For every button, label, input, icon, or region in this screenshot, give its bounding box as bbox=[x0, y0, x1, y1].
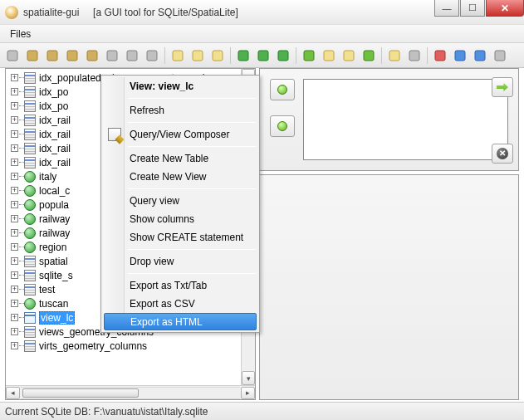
expand-icon[interactable]: + bbox=[11, 187, 18, 194]
context-menu-item[interactable]: Drop view bbox=[103, 252, 257, 271]
scroll-right-icon[interactable]: ▸ bbox=[241, 387, 255, 399]
export-xml-icon[interactable] bbox=[385, 46, 404, 65]
doc-arrow-icon[interactable] bbox=[360, 46, 378, 65]
expand-icon[interactable]: + bbox=[11, 314, 18, 321]
menu-files[interactable]: Files bbox=[5, 27, 36, 42]
context-menu-item[interactable]: Create New View bbox=[103, 168, 257, 186]
expand-icon[interactable]: + bbox=[11, 201, 18, 208]
expand-icon[interactable]: + bbox=[11, 173, 18, 180]
tree-item-label: idx_rail bbox=[39, 115, 71, 126]
wand-icon[interactable] bbox=[3, 46, 22, 65]
expand-icon[interactable]: + bbox=[11, 130, 18, 138]
tree-item-label: virts_geometry_columns bbox=[39, 340, 147, 352]
sql-editor[interactable] bbox=[303, 79, 508, 160]
clear-button[interactable]: ✕ bbox=[492, 144, 513, 164]
expand-icon[interactable]: + bbox=[11, 88, 18, 95]
context-menu-item[interactable]: Query view bbox=[103, 192, 257, 210]
edit-doc-icon[interactable] bbox=[208, 46, 227, 65]
svg-rect-20 bbox=[435, 51, 445, 61]
right-panel: ✕ bbox=[259, 68, 519, 400]
link-icon[interactable] bbox=[123, 46, 141, 65]
svg-rect-4 bbox=[87, 51, 97, 61]
expand-icon[interactable]: + bbox=[11, 257, 18, 265]
expand-icon[interactable]: + bbox=[11, 215, 18, 222]
add-pic-icon[interactable] bbox=[340, 46, 358, 65]
tree-item-label: italy bbox=[39, 171, 56, 183]
table-icon bbox=[24, 115, 36, 126]
context-menu-item-label: Query/View Composer bbox=[130, 129, 230, 140]
app-name: spatialite-gui bbox=[23, 7, 79, 18]
minimize-button[interactable]: — bbox=[434, 0, 459, 17]
help-icon[interactable] bbox=[451, 46, 469, 65]
info-icon[interactable] bbox=[471, 46, 489, 65]
context-menu-title: View: view_lc bbox=[103, 77, 257, 95]
table-icon bbox=[24, 326, 36, 338]
expand-icon[interactable]: + bbox=[11, 243, 18, 251]
close-icon: ✕ bbox=[497, 148, 508, 159]
context-menu-item[interactable]: Create New Table bbox=[103, 149, 257, 168]
expand-icon[interactable]: + bbox=[11, 342, 18, 349]
history-next-button[interactable] bbox=[270, 115, 295, 137]
table-icon bbox=[24, 270, 36, 281]
tree-item-label: railway bbox=[39, 227, 70, 239]
expand-icon[interactable]: + bbox=[11, 159, 18, 166]
attach-icon[interactable] bbox=[103, 46, 121, 65]
globe-icon bbox=[24, 298, 36, 310]
import-table-icon[interactable] bbox=[169, 46, 187, 65]
globe-icon[interactable] bbox=[234, 46, 252, 65]
context-menu-item[interactable]: Refresh bbox=[103, 101, 257, 120]
results-panel bbox=[259, 174, 519, 400]
tree-hscrollbar[interactable]: ◂ ▸ bbox=[6, 385, 255, 399]
expand-icon[interactable]: + bbox=[11, 144, 18, 152]
context-menu-item-label: Create New View bbox=[130, 171, 206, 183]
scroll-thumb[interactable] bbox=[22, 388, 139, 398]
context-menu-item[interactable]: Export as HTML bbox=[104, 313, 257, 330]
geom-icon[interactable] bbox=[491, 46, 509, 65]
context-menu-item[interactable]: Show CREATE statement bbox=[103, 228, 257, 247]
expand-icon[interactable]: + bbox=[11, 229, 18, 237]
context-menu-item[interactable]: Export as CSV bbox=[103, 295, 257, 313]
wrench-icon[interactable] bbox=[405, 46, 424, 65]
context-menu-item[interactable]: Export as Txt/Tab bbox=[103, 276, 257, 295]
scroll-down-icon[interactable]: ▾ bbox=[242, 371, 255, 385]
db-open-icon[interactable] bbox=[43, 46, 61, 65]
table-icon bbox=[24, 256, 36, 267]
scroll-left-icon[interactable]: ◂ bbox=[6, 387, 20, 399]
export-table-icon[interactable] bbox=[189, 46, 207, 65]
tree-item-label: spatial bbox=[39, 256, 68, 267]
disconnect-icon[interactable] bbox=[143, 46, 161, 65]
close-button[interactable]: ✕ bbox=[486, 0, 524, 17]
maximize-button[interactable]: ☐ bbox=[460, 0, 485, 17]
globe-minus-icon[interactable] bbox=[274, 46, 292, 65]
text-a-icon[interactable] bbox=[431, 46, 449, 65]
db-new-icon[interactable] bbox=[23, 46, 42, 65]
scroll-track[interactable] bbox=[21, 387, 240, 399]
svg-rect-21 bbox=[455, 51, 465, 61]
tree-item-label: idx_po bbox=[39, 100, 68, 112]
context-menu-item[interactable]: Query/View Composer bbox=[103, 125, 257, 144]
run-icon[interactable] bbox=[300, 46, 318, 65]
expand-icon[interactable]: + bbox=[11, 116, 18, 124]
history-prev-button[interactable] bbox=[270, 79, 295, 100]
expand-icon[interactable]: + bbox=[11, 271, 18, 279]
memory-db-icon[interactable] bbox=[63, 46, 81, 65]
table-icon bbox=[24, 129, 36, 140]
expand-icon[interactable]: + bbox=[11, 286, 18, 293]
context-menu-item-label: Export as CSV bbox=[130, 298, 195, 310]
tree-item[interactable]: +virts_geometry_columns bbox=[6, 339, 255, 353]
expand-icon[interactable]: + bbox=[11, 328, 18, 335]
network-db-icon[interactable] bbox=[83, 46, 101, 65]
context-menu-item-label: Show columns bbox=[130, 213, 194, 225]
window-title: spatialite-gui [a GUI tool for SQLite/Sp… bbox=[23, 7, 238, 18]
globe-export-icon[interactable] bbox=[254, 46, 272, 65]
expand-icon[interactable]: + bbox=[11, 102, 18, 110]
execute-button[interactable] bbox=[492, 77, 513, 97]
svg-rect-16 bbox=[344, 51, 354, 61]
pic-icon[interactable] bbox=[320, 46, 338, 65]
expand-icon[interactable]: + bbox=[11, 74, 18, 81]
svg-rect-23 bbox=[495, 51, 505, 61]
svg-rect-14 bbox=[304, 51, 314, 61]
context-menu-item[interactable]: Show columns bbox=[103, 210, 257, 228]
svg-rect-22 bbox=[475, 51, 485, 61]
expand-icon[interactable]: + bbox=[11, 300, 18, 307]
